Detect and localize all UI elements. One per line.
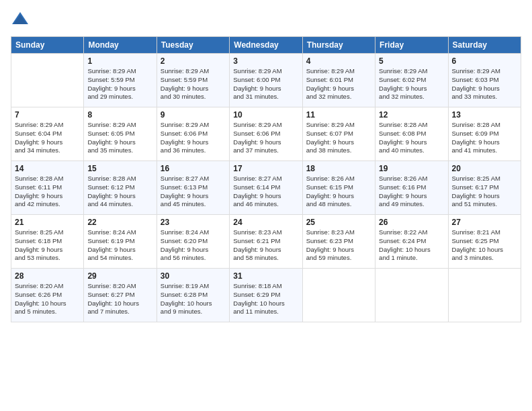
calendar-header-cell: Thursday xyxy=(302,37,375,54)
calendar-day-cell: 22Sunrise: 8:24 AMSunset: 6:19 PMDayligh… xyxy=(84,215,157,269)
day-number: 22 xyxy=(87,218,152,227)
header xyxy=(11,11,521,30)
day-info: Sunrise: 8:29 AMSunset: 5:59 PMDaylight:… xyxy=(87,67,152,101)
day-info: Sunrise: 8:27 AMSunset: 6:13 PMDaylight:… xyxy=(161,175,226,209)
calendar-day-cell xyxy=(448,269,521,322)
day-number: 27 xyxy=(452,218,517,227)
day-number: 9 xyxy=(161,110,226,120)
day-info: Sunrise: 8:29 AMSunset: 6:03 PMDaylight:… xyxy=(452,67,517,101)
calendar-day-cell: 9Sunrise: 8:29 AMSunset: 6:06 PMDaylight… xyxy=(157,107,229,161)
logo-icon xyxy=(11,11,30,30)
day-info: Sunrise: 8:28 AMSunset: 6:12 PMDaylight:… xyxy=(87,175,152,209)
day-number: 6 xyxy=(452,56,517,66)
calendar-week-row: 28Sunrise: 8:20 AMSunset: 6:26 PMDayligh… xyxy=(11,269,521,322)
day-info: Sunrise: 8:28 AMSunset: 6:09 PMDaylight:… xyxy=(452,121,517,155)
day-info: Sunrise: 8:29 AMSunset: 6:04 PMDaylight:… xyxy=(15,121,80,155)
day-number: 3 xyxy=(233,56,298,66)
calendar-day-cell xyxy=(375,269,448,322)
calendar-header-cell: Wednesday xyxy=(230,37,302,54)
calendar-day-cell: 5Sunrise: 8:29 AMSunset: 6:02 PMDaylight… xyxy=(375,54,448,107)
day-info: Sunrise: 8:19 AMSunset: 6:28 PMDaylight:… xyxy=(161,282,226,316)
day-number: 20 xyxy=(452,164,517,173)
day-number: 31 xyxy=(233,271,298,281)
day-info: Sunrise: 8:29 AMSunset: 6:01 PMDaylight:… xyxy=(306,67,371,101)
day-info: Sunrise: 8:26 AMSunset: 6:16 PMDaylight:… xyxy=(379,175,444,209)
day-number: 26 xyxy=(379,218,444,227)
calendar-day-cell: 12Sunrise: 8:28 AMSunset: 6:08 PMDayligh… xyxy=(375,107,448,161)
calendar-day-cell: 23Sunrise: 8:24 AMSunset: 6:20 PMDayligh… xyxy=(157,215,229,269)
day-info: Sunrise: 8:25 AMSunset: 6:18 PMDaylight:… xyxy=(15,228,80,263)
calendar-day-cell: 27Sunrise: 8:21 AMSunset: 6:25 PMDayligh… xyxy=(448,215,521,269)
calendar-day-cell: 24Sunrise: 8:23 AMSunset: 6:21 PMDayligh… xyxy=(230,215,302,269)
day-info: Sunrise: 8:29 AMSunset: 6:00 PMDaylight:… xyxy=(233,67,298,101)
day-info: Sunrise: 8:23 AMSunset: 6:21 PMDaylight:… xyxy=(233,228,298,263)
calendar-day-cell: 29Sunrise: 8:20 AMSunset: 6:27 PMDayligh… xyxy=(84,269,157,322)
day-info: Sunrise: 8:29 AMSunset: 5:59 PMDaylight:… xyxy=(161,67,226,101)
day-info: Sunrise: 8:18 AMSunset: 6:29 PMDaylight:… xyxy=(233,282,298,316)
calendar-day-cell: 30Sunrise: 8:19 AMSunset: 6:28 PMDayligh… xyxy=(157,269,229,322)
calendar-day-cell: 3Sunrise: 8:29 AMSunset: 6:00 PMDaylight… xyxy=(230,54,302,107)
calendar-day-cell: 6Sunrise: 8:29 AMSunset: 6:03 PMDaylight… xyxy=(448,54,521,107)
day-number: 17 xyxy=(233,164,298,173)
calendar-day-cell: 10Sunrise: 8:29 AMSunset: 6:06 PMDayligh… xyxy=(230,107,302,161)
day-info: Sunrise: 8:20 AMSunset: 6:27 PMDaylight:… xyxy=(87,282,152,316)
calendar-day-cell: 28Sunrise: 8:20 AMSunset: 6:26 PMDayligh… xyxy=(11,269,84,322)
day-number: 23 xyxy=(161,218,226,227)
calendar-day-cell: 14Sunrise: 8:28 AMSunset: 6:11 PMDayligh… xyxy=(11,161,84,215)
day-number: 19 xyxy=(379,164,444,173)
day-info: Sunrise: 8:24 AMSunset: 6:20 PMDaylight:… xyxy=(161,228,226,263)
day-number: 14 xyxy=(15,164,80,173)
calendar-week-row: 21Sunrise: 8:25 AMSunset: 6:18 PMDayligh… xyxy=(11,215,521,269)
calendar-day-cell: 25Sunrise: 8:23 AMSunset: 6:23 PMDayligh… xyxy=(302,215,375,269)
day-info: Sunrise: 8:21 AMSunset: 6:25 PMDaylight:… xyxy=(452,228,517,263)
day-number: 11 xyxy=(306,110,371,120)
day-number: 18 xyxy=(306,164,371,173)
calendar-day-cell: 8Sunrise: 8:29 AMSunset: 6:05 PMDaylight… xyxy=(84,107,157,161)
day-number: 10 xyxy=(233,110,298,120)
calendar-day-cell: 18Sunrise: 8:26 AMSunset: 6:15 PMDayligh… xyxy=(302,161,375,215)
calendar-day-cell: 13Sunrise: 8:28 AMSunset: 6:09 PMDayligh… xyxy=(448,107,521,161)
day-info: Sunrise: 8:23 AMSunset: 6:23 PMDaylight:… xyxy=(306,228,371,263)
calendar-day-cell: 4Sunrise: 8:29 AMSunset: 6:01 PMDaylight… xyxy=(302,54,375,107)
day-info: Sunrise: 8:24 AMSunset: 6:19 PMDaylight:… xyxy=(87,228,152,263)
calendar-week-row: 1Sunrise: 8:29 AMSunset: 5:59 PMDaylight… xyxy=(11,54,521,107)
calendar-header-cell: Monday xyxy=(84,37,157,54)
logo xyxy=(11,11,32,30)
calendar-day-cell: 17Sunrise: 8:27 AMSunset: 6:14 PMDayligh… xyxy=(230,161,302,215)
calendar-day-cell: 26Sunrise: 8:22 AMSunset: 6:24 PMDayligh… xyxy=(375,215,448,269)
calendar-week-row: 7Sunrise: 8:29 AMSunset: 6:04 PMDaylight… xyxy=(11,107,521,161)
calendar-header-cell: Tuesday xyxy=(157,37,229,54)
day-info: Sunrise: 8:20 AMSunset: 6:26 PMDaylight:… xyxy=(15,282,80,316)
calendar-header-cell: Sunday xyxy=(11,37,84,54)
calendar-week-row: 14Sunrise: 8:28 AMSunset: 6:11 PMDayligh… xyxy=(11,161,521,215)
day-number: 8 xyxy=(87,110,152,120)
day-number: 12 xyxy=(379,110,444,120)
calendar-day-cell xyxy=(11,54,84,107)
day-info: Sunrise: 8:29 AMSunset: 6:06 PMDaylight:… xyxy=(161,121,226,155)
day-number: 13 xyxy=(452,110,517,120)
day-info: Sunrise: 8:27 AMSunset: 6:14 PMDaylight:… xyxy=(233,175,298,209)
day-number: 5 xyxy=(379,56,444,66)
day-number: 30 xyxy=(161,271,226,281)
calendar-day-cell: 15Sunrise: 8:28 AMSunset: 6:12 PMDayligh… xyxy=(84,161,157,215)
calendar-table: SundayMondayTuesdayWednesdayThursdayFrid… xyxy=(11,36,521,322)
calendar-day-cell: 16Sunrise: 8:27 AMSunset: 6:13 PMDayligh… xyxy=(157,161,229,215)
day-number: 28 xyxy=(15,271,80,281)
day-info: Sunrise: 8:26 AMSunset: 6:15 PMDaylight:… xyxy=(306,175,371,209)
day-number: 29 xyxy=(87,271,152,281)
day-info: Sunrise: 8:22 AMSunset: 6:24 PMDaylight:… xyxy=(379,228,444,263)
calendar-day-cell: 31Sunrise: 8:18 AMSunset: 6:29 PMDayligh… xyxy=(230,269,302,322)
day-info: Sunrise: 8:28 AMSunset: 6:08 PMDaylight:… xyxy=(379,121,444,155)
day-info: Sunrise: 8:25 AMSunset: 6:17 PMDaylight:… xyxy=(452,175,517,209)
page: SundayMondayTuesdayWednesdayThursdayFrid… xyxy=(0,0,532,411)
day-info: Sunrise: 8:29 AMSunset: 6:05 PMDaylight:… xyxy=(87,121,152,155)
calendar-day-cell: 7Sunrise: 8:29 AMSunset: 6:04 PMDaylight… xyxy=(11,107,84,161)
day-number: 7 xyxy=(15,110,80,120)
calendar-day-cell: 2Sunrise: 8:29 AMSunset: 5:59 PMDaylight… xyxy=(157,54,229,107)
day-number: 21 xyxy=(15,218,80,227)
day-number: 25 xyxy=(306,218,371,227)
day-number: 24 xyxy=(233,218,298,227)
day-number: 1 xyxy=(87,56,152,66)
day-info: Sunrise: 8:28 AMSunset: 6:11 PMDaylight:… xyxy=(15,175,80,209)
day-info: Sunrise: 8:29 AMSunset: 6:06 PMDaylight:… xyxy=(233,121,298,155)
